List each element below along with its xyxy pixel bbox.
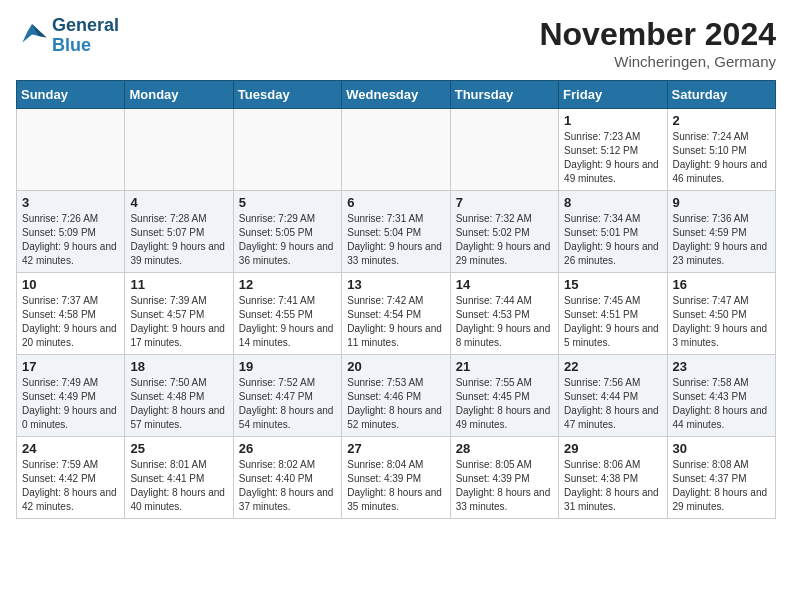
day-number: 16 (673, 277, 770, 292)
day-info: Sunrise: 7:28 AM Sunset: 5:07 PM Dayligh… (130, 212, 227, 268)
day-number: 18 (130, 359, 227, 374)
day-number: 4 (130, 195, 227, 210)
day-number: 28 (456, 441, 553, 456)
day-info: Sunrise: 7:41 AM Sunset: 4:55 PM Dayligh… (239, 294, 336, 350)
day-info: Sunrise: 7:56 AM Sunset: 4:44 PM Dayligh… (564, 376, 661, 432)
calendar-cell: 16Sunrise: 7:47 AM Sunset: 4:50 PM Dayli… (667, 273, 775, 355)
calendar-cell: 6Sunrise: 7:31 AM Sunset: 5:04 PM Daylig… (342, 191, 450, 273)
calendar-cell: 14Sunrise: 7:44 AM Sunset: 4:53 PM Dayli… (450, 273, 558, 355)
calendar-cell: 1Sunrise: 7:23 AM Sunset: 5:12 PM Daylig… (559, 109, 667, 191)
calendar-cell (125, 109, 233, 191)
calendar-cell: 12Sunrise: 7:41 AM Sunset: 4:55 PM Dayli… (233, 273, 341, 355)
weekday-header-friday: Friday (559, 81, 667, 109)
calendar-cell: 23Sunrise: 7:58 AM Sunset: 4:43 PM Dayli… (667, 355, 775, 437)
day-info: Sunrise: 8:01 AM Sunset: 4:41 PM Dayligh… (130, 458, 227, 514)
day-number: 3 (22, 195, 119, 210)
day-number: 7 (456, 195, 553, 210)
day-info: Sunrise: 7:23 AM Sunset: 5:12 PM Dayligh… (564, 130, 661, 186)
calendar-header: SundayMondayTuesdayWednesdayThursdayFrid… (17, 81, 776, 109)
day-info: Sunrise: 8:05 AM Sunset: 4:39 PM Dayligh… (456, 458, 553, 514)
day-number: 10 (22, 277, 119, 292)
day-number: 5 (239, 195, 336, 210)
day-number: 6 (347, 195, 444, 210)
day-number: 13 (347, 277, 444, 292)
calendar-cell (233, 109, 341, 191)
calendar-week-5: 24Sunrise: 7:59 AM Sunset: 4:42 PM Dayli… (17, 437, 776, 519)
weekday-header-sunday: Sunday (17, 81, 125, 109)
day-info: Sunrise: 7:50 AM Sunset: 4:48 PM Dayligh… (130, 376, 227, 432)
day-info: Sunrise: 7:55 AM Sunset: 4:45 PM Dayligh… (456, 376, 553, 432)
day-info: Sunrise: 7:47 AM Sunset: 4:50 PM Dayligh… (673, 294, 770, 350)
day-number: 29 (564, 441, 661, 456)
day-info: Sunrise: 8:04 AM Sunset: 4:39 PM Dayligh… (347, 458, 444, 514)
day-number: 1 (564, 113, 661, 128)
calendar-week-2: 3Sunrise: 7:26 AM Sunset: 5:09 PM Daylig… (17, 191, 776, 273)
logo-icon (16, 20, 48, 52)
calendar-cell: 20Sunrise: 7:53 AM Sunset: 4:46 PM Dayli… (342, 355, 450, 437)
calendar-cell: 22Sunrise: 7:56 AM Sunset: 4:44 PM Dayli… (559, 355, 667, 437)
day-number: 25 (130, 441, 227, 456)
calendar-week-4: 17Sunrise: 7:49 AM Sunset: 4:49 PM Dayli… (17, 355, 776, 437)
calendar-cell (17, 109, 125, 191)
calendar-cell (342, 109, 450, 191)
calendar-cell: 13Sunrise: 7:42 AM Sunset: 4:54 PM Dayli… (342, 273, 450, 355)
day-info: Sunrise: 7:58 AM Sunset: 4:43 PM Dayligh… (673, 376, 770, 432)
calendar-cell: 11Sunrise: 7:39 AM Sunset: 4:57 PM Dayli… (125, 273, 233, 355)
day-info: Sunrise: 7:24 AM Sunset: 5:10 PM Dayligh… (673, 130, 770, 186)
day-number: 17 (22, 359, 119, 374)
calendar-cell: 15Sunrise: 7:45 AM Sunset: 4:51 PM Dayli… (559, 273, 667, 355)
calendar-cell: 2Sunrise: 7:24 AM Sunset: 5:10 PM Daylig… (667, 109, 775, 191)
calendar-cell: 3Sunrise: 7:26 AM Sunset: 5:09 PM Daylig… (17, 191, 125, 273)
calendar-cell: 21Sunrise: 7:55 AM Sunset: 4:45 PM Dayli… (450, 355, 558, 437)
calendar-table: SundayMondayTuesdayWednesdayThursdayFrid… (16, 80, 776, 519)
weekday-header-saturday: Saturday (667, 81, 775, 109)
day-number: 9 (673, 195, 770, 210)
weekday-header-row: SundayMondayTuesdayWednesdayThursdayFrid… (17, 81, 776, 109)
logo: General Blue (16, 16, 119, 56)
day-number: 26 (239, 441, 336, 456)
weekday-header-thursday: Thursday (450, 81, 558, 109)
day-info: Sunrise: 7:36 AM Sunset: 4:59 PM Dayligh… (673, 212, 770, 268)
calendar-cell: 27Sunrise: 8:04 AM Sunset: 4:39 PM Dayli… (342, 437, 450, 519)
day-info: Sunrise: 7:45 AM Sunset: 4:51 PM Dayligh… (564, 294, 661, 350)
calendar-cell: 8Sunrise: 7:34 AM Sunset: 5:01 PM Daylig… (559, 191, 667, 273)
calendar-week-1: 1Sunrise: 7:23 AM Sunset: 5:12 PM Daylig… (17, 109, 776, 191)
day-info: Sunrise: 7:26 AM Sunset: 5:09 PM Dayligh… (22, 212, 119, 268)
day-number: 23 (673, 359, 770, 374)
day-info: Sunrise: 7:37 AM Sunset: 4:58 PM Dayligh… (22, 294, 119, 350)
weekday-header-wednesday: Wednesday (342, 81, 450, 109)
calendar-cell: 24Sunrise: 7:59 AM Sunset: 4:42 PM Dayli… (17, 437, 125, 519)
calendar-cell: 5Sunrise: 7:29 AM Sunset: 5:05 PM Daylig… (233, 191, 341, 273)
calendar-cell: 28Sunrise: 8:05 AM Sunset: 4:39 PM Dayli… (450, 437, 558, 519)
day-number: 8 (564, 195, 661, 210)
day-number: 2 (673, 113, 770, 128)
day-info: Sunrise: 7:42 AM Sunset: 4:54 PM Dayligh… (347, 294, 444, 350)
day-number: 30 (673, 441, 770, 456)
day-number: 20 (347, 359, 444, 374)
day-info: Sunrise: 7:52 AM Sunset: 4:47 PM Dayligh… (239, 376, 336, 432)
calendar-cell: 10Sunrise: 7:37 AM Sunset: 4:58 PM Dayli… (17, 273, 125, 355)
day-info: Sunrise: 8:06 AM Sunset: 4:38 PM Dayligh… (564, 458, 661, 514)
title-block: November 2024 Wincheringen, Germany (539, 16, 776, 70)
calendar-cell: 4Sunrise: 7:28 AM Sunset: 5:07 PM Daylig… (125, 191, 233, 273)
day-info: Sunrise: 7:29 AM Sunset: 5:05 PM Dayligh… (239, 212, 336, 268)
page-header: General Blue November 2024 Wincheringen,… (16, 16, 776, 70)
day-number: 22 (564, 359, 661, 374)
day-info: Sunrise: 7:39 AM Sunset: 4:57 PM Dayligh… (130, 294, 227, 350)
day-info: Sunrise: 7:32 AM Sunset: 5:02 PM Dayligh… (456, 212, 553, 268)
day-number: 11 (130, 277, 227, 292)
day-number: 27 (347, 441, 444, 456)
calendar-body: 1Sunrise: 7:23 AM Sunset: 5:12 PM Daylig… (17, 109, 776, 519)
calendar-cell: 25Sunrise: 8:01 AM Sunset: 4:41 PM Dayli… (125, 437, 233, 519)
weekday-header-monday: Monday (125, 81, 233, 109)
day-info: Sunrise: 8:08 AM Sunset: 4:37 PM Dayligh… (673, 458, 770, 514)
day-info: Sunrise: 7:34 AM Sunset: 5:01 PM Dayligh… (564, 212, 661, 268)
calendar-cell: 18Sunrise: 7:50 AM Sunset: 4:48 PM Dayli… (125, 355, 233, 437)
day-info: Sunrise: 7:59 AM Sunset: 4:42 PM Dayligh… (22, 458, 119, 514)
day-number: 24 (22, 441, 119, 456)
location: Wincheringen, Germany (539, 53, 776, 70)
day-number: 15 (564, 277, 661, 292)
calendar-cell: 7Sunrise: 7:32 AM Sunset: 5:02 PM Daylig… (450, 191, 558, 273)
day-number: 14 (456, 277, 553, 292)
day-number: 12 (239, 277, 336, 292)
